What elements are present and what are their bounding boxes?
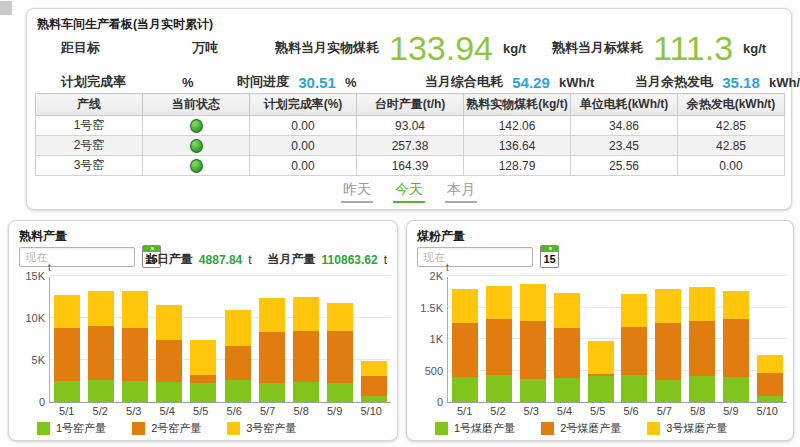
bar-segment[interactable]: [259, 383, 285, 402]
stacked-bar-5/9[interactable]: [327, 303, 353, 402]
stacked-bar-5/4[interactable]: [156, 305, 182, 402]
bar-segment[interactable]: [554, 293, 580, 328]
status-indicator-green: [190, 119, 203, 133]
legend-item[interactable]: 3号窑产量: [227, 421, 296, 436]
bar-segment[interactable]: [588, 341, 614, 374]
bar-segment[interactable]: [225, 310, 251, 345]
stacked-bar-5/10[interactable]: [757, 355, 783, 402]
legend-item[interactable]: 3号煤磨产量: [647, 421, 727, 436]
value-cell: 0.00: [250, 136, 357, 156]
bar-segment[interactable]: [122, 328, 148, 381]
bar-segment[interactable]: [554, 378, 580, 402]
bar-segment[interactable]: [655, 323, 681, 380]
bar-segment[interactable]: [54, 295, 80, 329]
bar-segment[interactable]: [757, 373, 783, 396]
bar-segment[interactable]: [327, 331, 353, 383]
x-axis-tick-label: 5/4: [160, 405, 175, 417]
metric-unit: %: [182, 75, 194, 90]
bar-segment[interactable]: [259, 298, 285, 332]
bar-segment[interactable]: [689, 376, 715, 402]
bar-segment[interactable]: [554, 328, 580, 378]
stacked-bar-5/3[interactable]: [122, 291, 148, 402]
stacked-bar-5/8[interactable]: [293, 297, 319, 402]
calendar-icon[interactable]: 15: [540, 245, 559, 268]
bar-segment[interactable]: [757, 355, 783, 373]
bar-segment[interactable]: [122, 291, 148, 328]
bar-segment[interactable]: [486, 286, 512, 319]
stacked-bar-5/3[interactable]: [520, 284, 546, 402]
bar-segment[interactable]: [452, 323, 478, 377]
bar-segment[interactable]: [54, 328, 80, 381]
bar-segment[interactable]: [54, 381, 80, 402]
stacked-bar-5/1[interactable]: [54, 295, 80, 403]
bar-segment[interactable]: [655, 380, 681, 402]
bar-segment[interactable]: [190, 340, 216, 375]
bar-segment[interactable]: [190, 375, 216, 382]
bar-segment[interactable]: [655, 289, 681, 324]
stacked-bar-5/6[interactable]: [621, 294, 647, 402]
bar-segment[interactable]: [88, 326, 114, 380]
legend-swatch: [435, 422, 448, 435]
legend-item[interactable]: 2号煤磨产量: [541, 421, 621, 436]
bar-segment[interactable]: [293, 382, 319, 402]
bar-segment[interactable]: [689, 287, 715, 322]
stacked-bar-5/2[interactable]: [486, 286, 512, 402]
bar-segment[interactable]: [327, 303, 353, 331]
bar-segment[interactable]: [293, 297, 319, 331]
y-axis-tick-label: 1.5K: [420, 302, 443, 314]
bar-segment[interactable]: [486, 375, 512, 402]
metrics-row-1: 距目标万吨熟料当月实物煤耗133.94kg/t熟料当月标煤耗111.3kg/t: [27, 27, 791, 69]
stacked-bar-5/7[interactable]: [259, 298, 285, 402]
bar-segment[interactable]: [156, 305, 182, 340]
bar-segment[interactable]: [88, 380, 114, 402]
tab-今天[interactable]: 今天: [393, 181, 425, 203]
bar-segment[interactable]: [520, 379, 546, 402]
bar-segment[interactable]: [293, 331, 319, 381]
legend-item[interactable]: 2号窑产量: [132, 421, 201, 436]
bar-segment[interactable]: [486, 319, 512, 375]
legend-item[interactable]: 1号煤磨产量: [435, 421, 515, 436]
stacked-bar-5/5[interactable]: [190, 340, 216, 402]
bar-segment[interactable]: [156, 382, 182, 402]
bar-segment[interactable]: [361, 361, 387, 375]
bar-segment[interactable]: [88, 291, 114, 327]
stacked-bar-5/9[interactable]: [723, 291, 749, 402]
bar-segment[interactable]: [452, 377, 478, 402]
bar-segment[interactable]: [452, 289, 478, 323]
bar-segment[interactable]: [520, 321, 546, 380]
bar-segment[interactable]: [588, 376, 614, 402]
bar-segment[interactable]: [361, 376, 387, 397]
bar-segment[interactable]: [122, 381, 148, 402]
stacked-bar-5/6[interactable]: [225, 310, 251, 402]
stacked-bar-5/4[interactable]: [554, 293, 580, 402]
bar-segment[interactable]: [723, 319, 749, 377]
bar-segment[interactable]: [621, 327, 647, 375]
bar-segment[interactable]: [156, 340, 182, 382]
bar-segment[interactable]: [259, 332, 285, 382]
table-column-header: 当前状态: [143, 94, 250, 116]
bar-segment[interactable]: [327, 383, 353, 402]
metric-value: 35.18: [719, 74, 763, 91]
bar-segment[interactable]: [689, 321, 715, 376]
stacked-bar-5/5[interactable]: [588, 341, 614, 402]
metric-unit: kWh/t: [769, 75, 800, 90]
stacked-bar-5/10[interactable]: [361, 361, 387, 402]
bar-segment[interactable]: [621, 294, 647, 327]
stacked-bar-5/2[interactable]: [88, 291, 114, 402]
bar-segment[interactable]: [225, 380, 251, 402]
tab-昨天[interactable]: 昨天: [341, 181, 373, 203]
tab-本月[interactable]: 本月: [445, 181, 477, 203]
bar-segment[interactable]: [723, 377, 749, 402]
stacked-bar-5/8[interactable]: [689, 287, 715, 402]
stacked-bar-5/7[interactable]: [655, 289, 681, 402]
bar-segment[interactable]: [723, 291, 749, 320]
date-input[interactable]: [19, 247, 135, 267]
bar-segment[interactable]: [621, 375, 647, 402]
stacked-bar-5/1[interactable]: [452, 289, 478, 402]
bar-segment[interactable]: [190, 383, 216, 402]
legend-item[interactable]: 1号窑产量: [37, 421, 106, 436]
date-input[interactable]: [417, 247, 533, 267]
bar-segment[interactable]: [225, 346, 251, 380]
x-axis-tick-label: 5/7: [260, 405, 275, 417]
bar-segment[interactable]: [520, 284, 546, 321]
